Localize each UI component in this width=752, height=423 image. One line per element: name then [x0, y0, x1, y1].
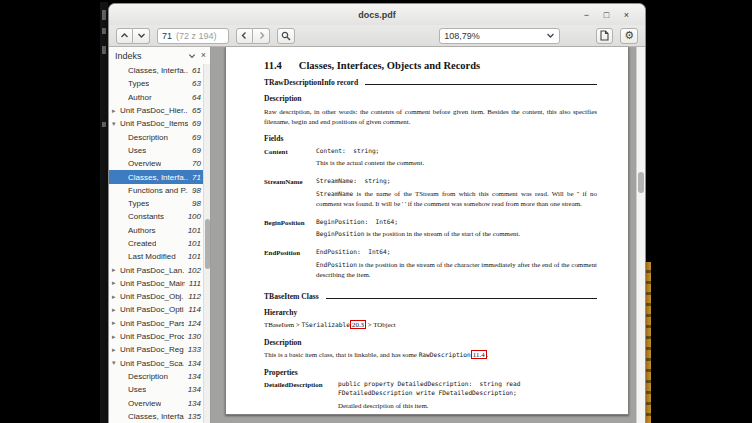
index-entry-page: 98 — [188, 186, 201, 195]
description-heading: Description — [264, 94, 597, 103]
field-name: Content — [264, 147, 316, 171]
document-viewer-window: docs.pdf − □ × — [108, 3, 646, 423]
index-entry[interactable]: Classes, Interfa... 71 — [109, 170, 210, 183]
field-description: StreamName is the name of the TStream fr… — [316, 189, 597, 210]
index-entry-page: 69 — [188, 146, 201, 155]
expander-triangle-icon[interactable]: ▸ — [112, 333, 119, 341]
index-entry-label: Uses — [128, 385, 146, 394]
field-row: BeginPosition BeginPosition: Int64; Begi… — [264, 218, 597, 242]
zoom-level-dropdown[interactable]: 108,79% — [439, 28, 560, 44]
document-viewport[interactable]: 11.4 Classes, Interfaces, Objects and Re… — [211, 47, 645, 423]
sidebar-scrollbar[interactable] — [203, 64, 210, 423]
window-body: Indeks × Classes, Interfa... 61 — [109, 47, 645, 423]
expander-triangle-icon[interactable]: ▸ — [112, 279, 119, 287]
index-entry[interactable]: Types 63 — [109, 77, 210, 90]
field-declaration: StreamName: string; — [316, 177, 597, 186]
index-entry[interactable]: ▸ Unit PasDoc_Opti... 114 — [109, 303, 210, 316]
history-back-button[interactable] — [236, 28, 253, 44]
next-page-button[interactable] — [133, 28, 150, 44]
background-artifact — [102, 122, 106, 127]
index-entry[interactable]: Types 98 — [109, 197, 210, 210]
record-title: TRawDescriptionInfo record — [264, 78, 358, 87]
index-entry[interactable]: Description 69 — [109, 130, 210, 143]
field-row: StreamName StreamName: string; StreamNam… — [264, 177, 597, 212]
field-name: EndPosition — [264, 248, 316, 283]
settings-button[interactable]: ⚙ — [620, 28, 638, 44]
fields-list: Content Content: string; This is the act… — [264, 147, 597, 283]
index-entry[interactable]: Author 64 — [109, 91, 210, 104]
index-entry-label: Unit PasDoc_Parser — [120, 319, 184, 328]
index-entry[interactable]: Description 134 — [109, 370, 210, 383]
expander-triangle-icon[interactable]: ▸ — [112, 319, 119, 327]
chevron-down-icon — [137, 31, 146, 40]
document-scrollbar[interactable] — [636, 47, 645, 423]
sidebar-close-icon[interactable]: × — [201, 51, 206, 60]
index-entry[interactable]: Created 101 — [109, 237, 210, 250]
history-nav-group — [236, 28, 270, 44]
section-number: 11.4 — [264, 60, 282, 71]
expander-triangle-icon[interactable]: ▸ — [112, 306, 119, 314]
index-entry[interactable]: ▸ Unit PasDoc_Proc... 130 — [109, 330, 210, 343]
history-forward-button[interactable] — [253, 28, 270, 44]
field-description: BeginPosition is the position in the str… — [316, 229, 597, 239]
index-entry[interactable]: ▸ Unit PasDoc_Reg 133 — [109, 343, 210, 356]
property-declaration: public property DetailedDescription: str… — [338, 380, 597, 398]
index-entry[interactable]: ▸ Unit PasDoc_Hier... 65 — [109, 104, 210, 117]
index-entry[interactable]: Functions and P... 98 — [109, 184, 210, 197]
expander-triangle-icon[interactable]: ▾ — [112, 120, 119, 128]
index-entry-page: 134 — [184, 399, 201, 408]
titlebar[interactable]: docs.pdf − □ × — [109, 4, 645, 25]
document-scrollbar-thumb[interactable] — [638, 172, 644, 193]
minimize-button[interactable]: − — [580, 8, 593, 21]
index-entry[interactable]: ▾ Unit PasDoc_Items 69 — [109, 117, 210, 130]
index-entry-page: 69 — [188, 133, 201, 142]
background-artifact — [102, 46, 106, 54]
index-entry[interactable]: Overview 70 — [109, 157, 210, 170]
index-entry-label: Types — [128, 199, 149, 208]
index-entry[interactable]: Classes, Interfa... 61 — [109, 64, 210, 77]
index-entry[interactable]: Classes, Interfa... 135 — [109, 410, 210, 423]
expander-triangle-icon[interactable]: ▾ — [112, 359, 119, 367]
index-entry[interactable]: Authors 101 — [109, 224, 210, 237]
index-entry[interactable]: ▸ Unit PasDoc_Parser 124 — [109, 317, 210, 330]
class-description-heading: Description — [264, 338, 597, 347]
index-entry[interactable]: ▸ Unit PasDoc_Obj... 112 — [109, 290, 210, 303]
search-button[interactable] — [277, 28, 295, 44]
field-name: BeginPosition — [264, 218, 316, 242]
sidebar-scrollbar-thumb[interactable] — [205, 219, 210, 269]
property-body: public property DetailedDescription: str… — [338, 380, 597, 415]
zoom-level-value: 108,79% — [444, 31, 480, 41]
sidebar-header-controls: × — [188, 51, 206, 60]
index-entry[interactable]: Uses 69 — [109, 144, 210, 157]
expander-triangle-icon[interactable]: ▸ — [112, 107, 119, 115]
expander-triangle-icon[interactable]: ▸ — [112, 293, 119, 301]
index-entry-label: Unit PasDoc_Opti... — [120, 305, 184, 314]
sidebar-pane-selector-dropdown[interactable] — [188, 52, 196, 60]
index-entry[interactable]: ▸ Unit PasDoc_Main 111 — [109, 277, 210, 290]
index-entry-label: Last Modified — [128, 252, 176, 261]
desktop-screen: docs.pdf − □ × — [0, 0, 752, 423]
index-entry[interactable]: Constants 100 — [109, 210, 210, 223]
index-entry[interactable]: ▸ Unit PasDoc_Lan... 102 — [109, 263, 210, 276]
index-entry-page: 135 — [184, 412, 201, 421]
document-properties-button[interactable] — [596, 28, 613, 44]
previous-page-button[interactable] — [116, 28, 133, 44]
maximize-button[interactable]: □ — [600, 8, 613, 21]
index-entry-label: Types — [128, 79, 149, 88]
expander-triangle-icon[interactable]: ▸ — [112, 266, 119, 274]
field-declaration: BeginPosition: Int64; — [316, 218, 597, 227]
toolbar: 71 (72 z 194) — [109, 25, 645, 47]
field-row: EndPosition EndPosition: Int64; EndPosit… — [264, 248, 597, 283]
close-button[interactable]: × — [620, 8, 633, 21]
field-declaration: EndPosition: Int64; — [316, 248, 597, 257]
field-body: StreamName: string; StreamName is the na… — [316, 177, 597, 212]
page-number-input[interactable]: 71 (72 z 194) — [157, 28, 229, 44]
index-entry[interactable]: Last Modified 101 — [109, 250, 210, 263]
index-entry-page: 71 — [188, 173, 201, 182]
expander-triangle-icon[interactable]: ▸ — [112, 346, 119, 354]
index-entry-label: Created — [128, 239, 156, 248]
index-entry[interactable]: Overview 134 — [109, 396, 210, 409]
index-entry-label: Unit PasDoc_Sca... — [120, 359, 184, 368]
index-entry[interactable]: ▾ Unit PasDoc_Sca... 134 — [109, 357, 210, 370]
index-entry[interactable]: Uses 134 — [109, 383, 210, 396]
